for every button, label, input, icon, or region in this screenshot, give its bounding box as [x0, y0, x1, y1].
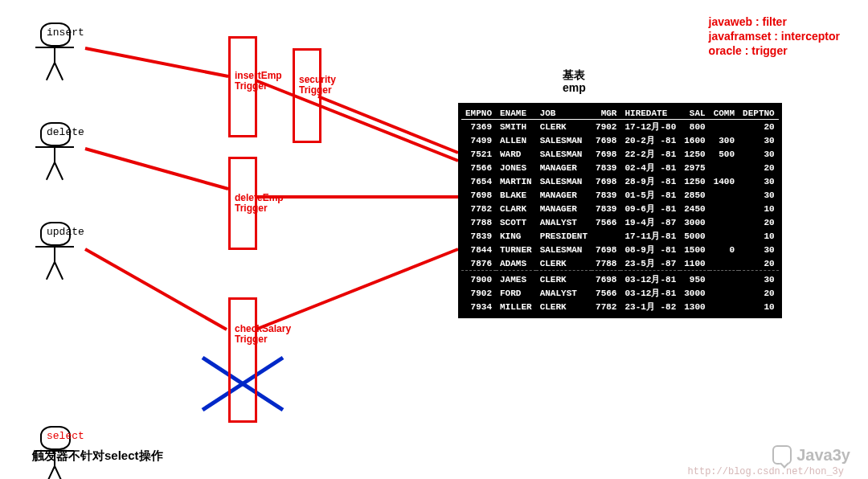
watermark-text: Java3y	[796, 446, 850, 465]
col-hiredate: HIREDATE	[620, 108, 680, 120]
col-comm: COMM	[710, 108, 739, 120]
trigger-checkSalary-l1: checkSalary	[235, 323, 291, 334]
table-row: 7844TURNERSALESMAN769808-9月 -811500030	[461, 243, 779, 256]
tech-note-l3: oracle : trigger	[709, 43, 840, 58]
stick-select: select	[40, 426, 71, 450]
svg-line-3	[85, 149, 228, 189]
trigger-security: securityTrigger	[293, 48, 321, 143]
stick-update-label: update	[47, 226, 84, 238]
table-row: 7876ADAMSCLERK778823-5月 -87110020	[461, 256, 779, 271]
table-row: 7902FORDANALYST756603-12月-81300020	[461, 286, 779, 300]
trigger-deleteEmp-l2: Trigger	[235, 203, 268, 214]
trigger-deleteEmp-l1: deleteEmp	[235, 192, 284, 203]
table-row: 7369SMITHCLERK790217-12月-8080020	[461, 120, 779, 134]
table-row: 7499ALLENSALESMAN769820-2月 -81160030030	[461, 133, 779, 147]
table-row: 7566JONESMANAGER783902-4月 -81297520	[461, 161, 779, 174]
table-row: 7934MILLERCLERK778223-1月 -82130010	[461, 300, 779, 313]
table-row: 7654MARTINSALESMAN769828-9月 -81125014003…	[461, 174, 779, 188]
trigger-insertEmp-l2: Trigger	[235, 80, 268, 92]
table-title-l2: emp	[563, 81, 586, 94]
col-ename: ENAME	[496, 108, 536, 120]
emp-table: EMPNOENAMEJOBMGRHIREDATESALCOMMDEPTNO 73…	[458, 103, 782, 318]
col-sal: SAL	[680, 108, 709, 120]
svg-line-6	[256, 249, 458, 330]
table-row: 7900JAMESCLERK769803-12月-8195030	[461, 272, 779, 286]
stick-select-label: select	[47, 430, 84, 442]
table-title-l1: 基表	[563, 68, 586, 81]
col-mgr: MGR	[592, 108, 620, 120]
table-row: 7782CLARKMANAGER783909-6月 -81245010	[461, 202, 779, 215]
tech-note-l1: javaweb : filter	[709, 14, 840, 29]
svg-line-0	[85, 48, 228, 76]
col-deptno: DEPTNO	[739, 108, 779, 120]
bottom-note: 触发器不针对select操作	[32, 448, 163, 464]
table-row: 7698BLAKEMANAGER783901-5月 -81285030	[461, 188, 779, 202]
table-row: 7521WARDSALESMAN769822-2月 -81125050030	[461, 147, 779, 161]
trigger-checkSalary: checkSalaryTrigger	[228, 297, 257, 423]
col-empno: EMPNO	[461, 108, 496, 120]
trigger-security-l1: security	[299, 74, 336, 85]
trigger-deleteEmp: deleteEmpTrigger	[228, 157, 257, 250]
stick-insert-label: insert	[47, 27, 84, 39]
tech-note-l2: javaframset : interceptor	[709, 29, 840, 43]
table-row: 7788SCOTTANALYST756619-4月 -87300020	[461, 215, 779, 229]
stick-delete: delete	[40, 122, 71, 146]
table-title: 基表 emp	[563, 68, 586, 94]
chat-icon	[772, 445, 792, 465]
stick-insert: insert	[40, 23, 71, 47]
trigger-checkSalary-l2: Trigger	[235, 334, 268, 345]
svg-line-2	[318, 96, 458, 153]
watermark: Java3y	[772, 445, 850, 465]
emp-table-grid: EMPNOENAMEJOBMGRHIREDATESALCOMMDEPTNO 73…	[461, 108, 779, 313]
svg-line-5	[85, 249, 227, 330]
trigger-security-l2: Trigger	[299, 84, 332, 96]
tech-note: javaweb : filter javaframset : intercept…	[709, 14, 840, 58]
stick-update: update	[40, 222, 71, 246]
stick-delete-label: delete	[47, 126, 84, 138]
source-url: http://blog.csdn.net/hon_3y	[688, 466, 844, 477]
svg-line-1	[256, 80, 458, 161]
col-job: JOB	[536, 108, 592, 120]
table-row: 7839KINGPRESIDENT17-11月-81500010	[461, 229, 779, 243]
trigger-insertEmp: insertEmpTrigger	[228, 36, 257, 137]
trigger-insertEmp-l1: insertEmp	[235, 70, 282, 81]
